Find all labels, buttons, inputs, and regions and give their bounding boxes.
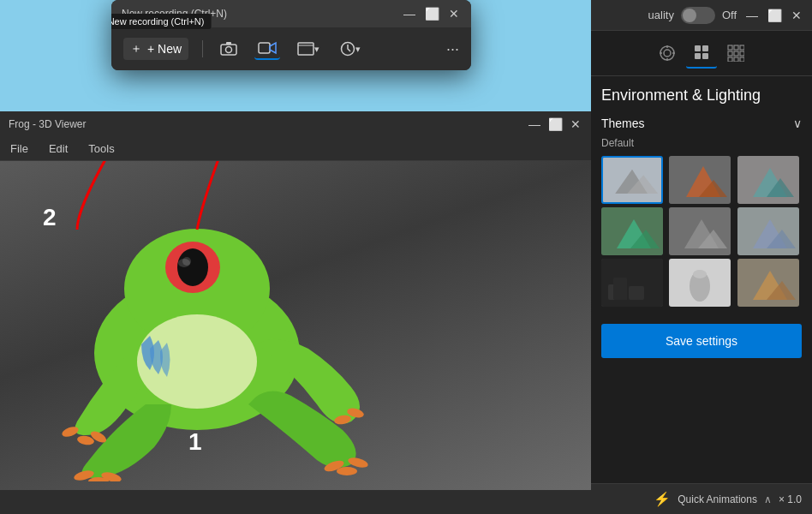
theme-cell-6[interactable] — [737, 207, 799, 255]
screenshot-button[interactable] — [217, 38, 241, 60]
edit-menu[interactable]: Edit — [45, 140, 71, 157]
zoom-label: × 1.0 — [779, 493, 802, 505]
video-record-button[interactable] — [254, 38, 280, 60]
svg-rect-46 — [740, 57, 744, 62]
quality-label: uality — [648, 9, 674, 21]
viewer-close-icon[interactable]: ✕ — [569, 117, 582, 131]
viewer-bottombar — [0, 490, 591, 514]
history-button[interactable]: ▾ — [337, 38, 364, 60]
right-panel: uality Off — ⬜ ✕ — [591, 0, 812, 514]
window-icon — [297, 42, 314, 56]
svg-point-11 — [177, 248, 208, 286]
save-settings-button[interactable]: Save settings — [601, 324, 802, 358]
svg-rect-40 — [740, 45, 744, 50]
chevron-up-icon[interactable]: ∧ — [764, 493, 772, 505]
panel-lighting-icon — [693, 44, 710, 61]
svg-point-13 — [178, 259, 190, 267]
video-icon — [258, 41, 277, 55]
panel-content: Environment & Lighting Themes ∨ Default — [591, 76, 812, 483]
svg-rect-5 — [298, 43, 313, 55]
panel-lighting-icon-btn[interactable] — [686, 38, 717, 69]
theme-3-preview — [737, 156, 799, 204]
minimize-icon[interactable]: — — [403, 7, 416, 21]
theme-5-preview — [669, 207, 731, 255]
theme-cell-3[interactable] — [737, 156, 799, 204]
themes-label: Themes — [601, 117, 645, 130]
theme-cell-1[interactable] — [601, 156, 663, 204]
close-icon[interactable]: ✕ — [447, 7, 461, 21]
quality-toggle[interactable] — [681, 7, 715, 24]
theme-7-preview — [601, 259, 663, 307]
recording-window: New recording (Ctrl+N) — ⬜ ✕ ＋ + New New… — [111, 0, 471, 70]
viewer-maximize-icon[interactable]: ⬜ — [548, 117, 562, 131]
theme-cell-2[interactable] — [669, 156, 731, 204]
theme-cell-8[interactable] — [669, 259, 731, 307]
step-2-label: 2 — [43, 204, 57, 231]
tools-menu[interactable]: Tools — [85, 140, 117, 157]
plus-icon: ＋ — [130, 41, 142, 57]
svg-point-71 — [693, 270, 707, 278]
panel-maximize-icon[interactable]: ⬜ — [767, 9, 781, 22]
viewer-title: Frog - 3D Viewer — [9, 118, 86, 130]
viewer-canvas: 2 1 — [0, 161, 591, 490]
themes-grid — [601, 156, 802, 307]
svg-rect-2 — [226, 42, 231, 45]
file-menu[interactable]: File — [7, 140, 32, 157]
window-select-button[interactable]: ▾ — [294, 39, 323, 59]
panel-grid-icon — [727, 45, 744, 62]
svg-rect-41 — [728, 51, 732, 56]
toggle-thumb — [683, 9, 696, 22]
svg-rect-38 — [728, 45, 732, 50]
svg-rect-37 — [702, 53, 708, 59]
panel-close-icon[interactable]: ✕ — [790, 9, 803, 22]
step-1-label: 1 — [188, 428, 202, 456]
svg-point-24 — [337, 467, 357, 475]
panel-minimize-icon[interactable]: — — [745, 9, 759, 22]
quality-row: uality Off — [648, 7, 737, 24]
panel-footer: ⚡ Quick Animations ∧ × 1.0 — [591, 483, 812, 514]
theme-4-preview — [601, 207, 663, 255]
new-recording-button[interactable]: ＋ + New New recording (Ctrl+N) — [123, 38, 188, 60]
maximize-icon[interactable]: ⬜ — [425, 7, 439, 21]
viewer-minimize-icon[interactable]: — — [528, 117, 541, 131]
toolbar-separator-1 — [202, 40, 203, 57]
recording-title: New recording (Ctrl+N) — [122, 8, 227, 20]
svg-point-28 — [660, 46, 674, 60]
svg-point-29 — [664, 50, 671, 57]
panel-grid-icon-btn[interactable] — [720, 38, 751, 69]
history-icon — [340, 41, 355, 57]
quick-animations-label: Quick Animations — [678, 493, 757, 505]
default-label: Default — [601, 137, 802, 149]
svg-rect-42 — [734, 51, 738, 56]
recording-toolbar: ＋ + New New recording (Ctrl+N) — [111, 27, 471, 70]
svg-rect-45 — [734, 57, 738, 62]
theme-1-preview — [603, 156, 661, 204]
theme-cell-9[interactable] — [737, 259, 799, 307]
more-options-button[interactable]: ··· — [446, 40, 459, 58]
theme-6-preview — [737, 207, 799, 255]
theme-8-preview — [669, 259, 731, 307]
viewer-win-controls: — ⬜ ✕ — [528, 117, 582, 131]
theme-9-preview — [737, 259, 799, 307]
svg-marker-4 — [270, 43, 276, 53]
quick-animations-icon: ⚡ — [654, 491, 671, 507]
recording-titlebar: New recording (Ctrl+N) — ⬜ ✕ — [111, 0, 471, 27]
themes-header: Themes ∨ — [601, 117, 802, 130]
theme-cell-7[interactable] — [601, 259, 663, 307]
svg-rect-34 — [695, 45, 701, 51]
camera-icon — [220, 41, 237, 57]
theme-cell-5[interactable] — [669, 207, 731, 255]
themes-chevron-icon[interactable]: ∨ — [793, 117, 802, 130]
new-button-label: + New — [147, 42, 182, 56]
panel-titlebar: uality Off — ⬜ ✕ — [591, 0, 812, 31]
panel-win-controls: — ⬜ ✕ — [745, 9, 803, 22]
svg-point-1 — [226, 47, 232, 53]
quality-off-label: Off — [722, 9, 737, 21]
svg-rect-43 — [740, 51, 744, 56]
svg-rect-35 — [702, 45, 708, 51]
panel-camera-icon-btn[interactable] — [652, 38, 683, 69]
section-title: Environment & Lighting — [601, 87, 802, 105]
theme-cell-4[interactable] — [601, 207, 663, 255]
viewer-titlebar: Frog - 3D Viewer — ⬜ ✕ — [0, 111, 591, 137]
theme-2-preview — [669, 156, 731, 204]
